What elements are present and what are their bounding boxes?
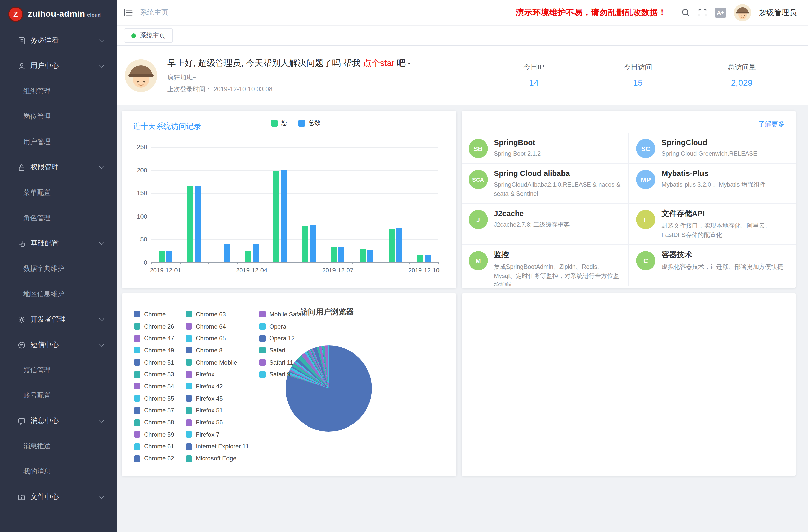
sidebar-subitem[interactable]: 短信管理 <box>0 357 117 383</box>
sidebar-item-label: 务必详看 <box>31 36 59 45</box>
sidebar-subitem[interactable]: 角色管理 <box>0 205 117 231</box>
username[interactable]: 超级管理员 <box>759 8 797 18</box>
user-avatar[interactable] <box>734 4 751 21</box>
sidebar-item-label: 消息推送 <box>23 442 51 451</box>
legend-swatch <box>134 347 141 354</box>
legend-item[interactable]: Chrome 65 <box>186 332 249 344</box>
tech-item-icon: SB <box>469 139 488 158</box>
sidebar-subitem[interactable]: 数据字典维护 <box>0 256 117 281</box>
axis-tick <box>381 262 382 264</box>
legend-item[interactable]: Chrome 57 <box>134 404 174 416</box>
legend-item[interactable]: Chrome 51 <box>134 356 174 368</box>
legend-label: Chrome 63 <box>196 311 226 318</box>
legend-swatch <box>186 359 192 366</box>
sidebar-item[interactable]: 开发者管理 <box>0 307 117 332</box>
legend-item[interactable]: Chrome 61 <box>134 440 174 452</box>
legend-label: Safari <box>269 347 285 354</box>
legend-item[interactable]: Chrome 58 <box>134 416 174 428</box>
legend-item[interactable]: Chrome 63 <box>186 308 249 320</box>
legend-item[interactable]: Firefox 45 <box>186 392 249 404</box>
legend-item[interactable]: Chrome 47 <box>134 332 174 344</box>
sidebar-item[interactable]: 务必详看 <box>0 28 117 53</box>
bar-you <box>388 229 394 262</box>
legend-item[interactable]: Chrome 59 <box>134 428 174 440</box>
legend-item[interactable]: Firefox 56 <box>186 416 249 428</box>
sidebar-subitem[interactable]: 我的消息 <box>0 459 117 484</box>
legend-item[interactable]: Chrome 54 <box>134 380 174 392</box>
sidebar-item[interactable]: 基础配置 <box>0 231 117 256</box>
sidebar-subitem[interactable]: 消息推送 <box>0 434 117 459</box>
bar-total <box>310 225 316 262</box>
legend-item[interactable]: Chrome 49 <box>134 344 174 356</box>
legend-item[interactable]: Chrome 26 <box>134 320 174 332</box>
learn-more-link[interactable]: 了解更多 <box>758 120 785 129</box>
sidebar-subitem[interactable]: 菜单配置 <box>0 180 117 205</box>
axis-tick <box>237 262 238 264</box>
bar-chart-legend: 您总数 <box>271 119 320 127</box>
menu-collapse-icon[interactable] <box>124 8 133 17</box>
legend-item[interactable]: Microsoft Edge <box>186 453 249 464</box>
sidebar-item[interactable]: 消息中心 <box>0 408 117 434</box>
breadcrumb[interactable]: 系统主页 <box>140 8 168 17</box>
legend-item[interactable]: Chrome 64 <box>186 320 249 332</box>
legend-label: Safari 11 <box>269 359 293 366</box>
legend-item[interactable]: 您 <box>271 119 287 127</box>
sidebar-item[interactable]: 短信中心 <box>0 332 117 357</box>
legend-item[interactable]: Chrome 53 <box>134 368 174 380</box>
tech-grid: SBSpringBootSpring Boot 2.1.2SCSpringClo… <box>461 133 796 286</box>
legend-swatch <box>134 455 141 462</box>
fullscreen-icon[interactable] <box>698 8 707 17</box>
legend-label: 总数 <box>308 119 320 127</box>
tab-bar: 系统主页 <box>117 25 808 45</box>
bar-group <box>352 249 381 262</box>
stat-item: 总访问量2,029 <box>690 63 794 88</box>
legend-item[interactable]: Mobile Safari <box>259 308 305 320</box>
legend-item[interactable]: Chrome 55 <box>134 392 174 404</box>
tab-home[interactable]: 系统主页 <box>124 29 173 42</box>
legend-label: Chrome 58 <box>144 419 174 426</box>
sidebar-subitem[interactable]: 账号配置 <box>0 383 117 408</box>
font-size-icon[interactable]: A+ <box>715 7 726 18</box>
legend-item[interactable]: Safari 11 <box>259 356 305 368</box>
sidebar-menu: 务必详看用户中心组织管理岗位管理用户管理权限管理菜单配置角色管理基础配置数据字典… <box>0 28 117 510</box>
legend-label: Safari 9 <box>269 371 290 378</box>
sidebar-item[interactable]: 用户中心 <box>0 53 117 79</box>
demo-warning-text: 演示环境维护不易，请勿乱删乱改数据！ <box>516 7 666 18</box>
legend-item[interactable]: Chrome 8 <box>186 344 249 356</box>
y-axis-label: 50 <box>128 236 147 243</box>
sidebar-subitem[interactable]: 地区信息维护 <box>0 281 117 307</box>
sidebar-subitem[interactable]: 用户管理 <box>0 129 117 155</box>
sidebar-item[interactable]: 文件中心 <box>0 484 117 510</box>
legend-item[interactable]: Safari <box>259 344 305 356</box>
bar-you <box>273 171 279 262</box>
legend-item[interactable]: Chrome Mobile <box>186 356 249 368</box>
legend-item[interactable]: Opera 12 <box>259 332 305 344</box>
app-logo[interactable]: Z zuihou-admin cloud <box>0 0 117 28</box>
axis-tick <box>438 262 439 264</box>
axis-tick <box>208 262 209 264</box>
legend-item[interactable]: Internet Explorer 11 <box>186 440 249 452</box>
tech-item-title: 文件存储API <box>662 209 789 219</box>
sidebar-item[interactable]: 权限管理 <box>0 155 117 180</box>
legend-swatch <box>134 443 141 450</box>
legend-item[interactable]: 总数 <box>298 119 320 127</box>
legend-item[interactable]: Chrome 62 <box>134 453 174 464</box>
tech-item-icon: C <box>636 251 656 270</box>
stat-label: 今日访问 <box>586 63 690 72</box>
legend-item[interactable]: Opera <box>259 320 305 332</box>
sidebar-item-label: 消息中心 <box>31 416 59 425</box>
legend-item[interactable]: Firefox <box>186 368 249 380</box>
bar-group <box>180 186 208 262</box>
sidebar-item-label: 用户中心 <box>31 61 59 71</box>
sidebar-subitem[interactable]: 组织管理 <box>0 79 117 104</box>
sidebar-subitem[interactable]: 岗位管理 <box>0 104 117 129</box>
legend-item[interactable]: Firefox 7 <box>186 428 249 440</box>
legend-item[interactable]: Chrome <box>134 308 174 320</box>
star-link[interactable]: 点个star <box>363 58 394 68</box>
legend-item[interactable]: Firefox 51 <box>186 404 249 416</box>
tech-item-text: J2cacheJ2cache2.7.8: 二级缓存框架 <box>494 209 570 239</box>
search-icon[interactable] <box>681 8 690 17</box>
legend-label: Opera 12 <box>269 335 295 342</box>
legend-item[interactable]: Safari 9 <box>259 368 305 380</box>
legend-item[interactable]: Firefox 42 <box>186 380 249 392</box>
